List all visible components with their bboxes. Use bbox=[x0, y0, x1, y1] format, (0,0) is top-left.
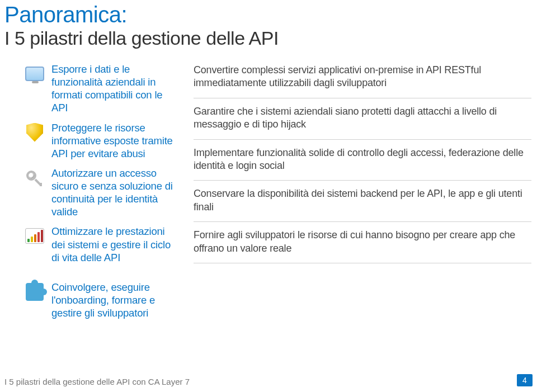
pillar-description: Garantire che i sistemi aziendali siano … bbox=[194, 104, 531, 136]
pillar-description: Convertire complessi servizi applicativi… bbox=[194, 63, 531, 95]
bar-chart-icon bbox=[23, 225, 46, 247]
pillar-description: Fornire agli sviluppatori le risorse di … bbox=[194, 228, 531, 259]
pillar-row-engage: Coinvolgere, eseguire l'onboarding, form… bbox=[23, 281, 179, 319]
footer-text: I 5 pilastri della gestione delle API co… bbox=[4, 377, 190, 386]
divider bbox=[194, 180, 531, 181]
pillar-label: Autorizzare un accesso sicuro e senza so… bbox=[51, 167, 179, 219]
pillar-row-protect: Proteggere le risorse informative espost… bbox=[23, 121, 179, 160]
pillar-description: Implementare funzionalità solide di cont… bbox=[194, 145, 531, 177]
divider bbox=[194, 139, 531, 140]
pillar-row-optimize: Ottimizzare le prestazioni dei sistemi e… bbox=[23, 225, 179, 263]
pillar-label: Esporre i dati e le funzionalità azienda… bbox=[51, 63, 179, 115]
footer: I 5 pilastri della gestione delle API co… bbox=[4, 374, 533, 386]
pillars-column: Esporre i dati e le funzionalità azienda… bbox=[6, 63, 179, 319]
content-grid: Esporre i dati e le funzionalità azienda… bbox=[0, 63, 537, 319]
page-title: Panoramica: bbox=[0, 0, 537, 27]
pillar-description: Conservare la disponibilità dei sistemi … bbox=[194, 186, 531, 218]
divider bbox=[194, 98, 531, 98]
descriptions-column: Convertire complessi servizi applicativi… bbox=[194, 63, 531, 319]
monitor-icon bbox=[23, 63, 46, 85]
pillar-label: Coinvolgere, eseguire l'onboarding, form… bbox=[51, 281, 179, 319]
page-number-badge: 4 bbox=[517, 374, 533, 386]
pillar-label: Ottimizzare le prestazioni dei sistemi e… bbox=[51, 225, 179, 263]
divider bbox=[194, 221, 531, 222]
divider bbox=[194, 263, 531, 263]
puzzle-icon bbox=[23, 281, 46, 303]
pillar-label: Proteggere le risorse informative espost… bbox=[51, 121, 179, 160]
key-icon bbox=[23, 167, 46, 189]
pillar-row-authorize: Autorizzare un accesso sicuro e senza so… bbox=[23, 167, 179, 219]
page-subtitle: I 5 pilastri della gestione delle API bbox=[0, 27, 537, 63]
shield-icon bbox=[23, 121, 46, 144]
pillar-row-expose: Esporre i dati e le funzionalità azienda… bbox=[23, 63, 179, 115]
